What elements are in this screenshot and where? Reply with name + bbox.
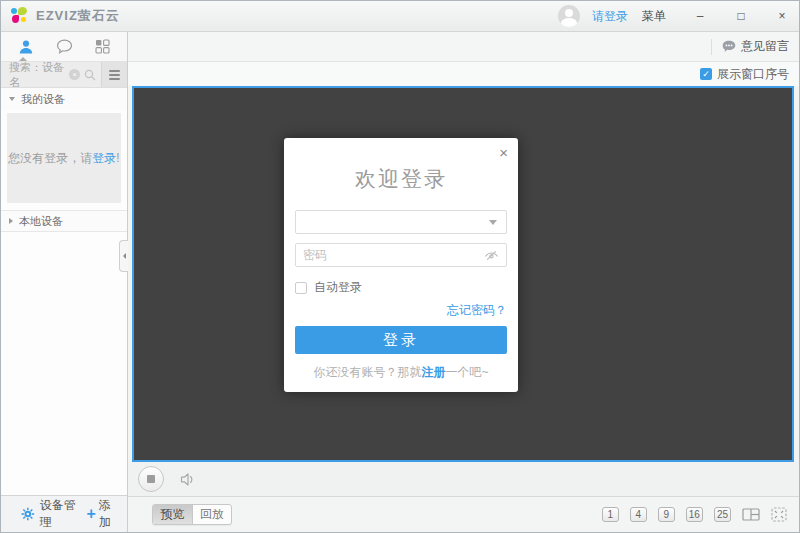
register-row: 你还没有账号？那就注册一个吧~ xyxy=(295,364,507,381)
feedback-label: 意见留言 xyxy=(741,38,789,55)
username-select[interactable] xyxy=(295,210,507,234)
login-modal: × 欢迎登录 自动登录 忘记密码？ 登录 你还没有账号？那就注册一个吧~ xyxy=(284,138,518,392)
active-tab-indicator xyxy=(19,57,27,61)
register-link[interactable]: 注册 xyxy=(421,365,445,379)
app-window: EZVIZ萤石云 请登录 菜单 – □ × xyxy=(0,0,800,533)
person-icon xyxy=(18,39,34,55)
mode-switcher: 预览 回放 xyxy=(152,504,232,525)
my-devices-label: 我的设备 xyxy=(21,92,65,107)
password-input[interactable] xyxy=(296,248,484,262)
layout-buttons: 1 4 9 16 25 xyxy=(602,507,787,522)
add-device-button[interactable]: + 添加 xyxy=(86,497,122,531)
title-bar: EZVIZ萤石云 请登录 菜单 – □ × xyxy=(1,1,799,32)
caret-right-icon xyxy=(9,218,13,224)
options-row: ✓ 展示窗口序号 xyxy=(128,62,799,86)
forgot-password-link[interactable]: 忘记密码？ xyxy=(447,303,507,317)
titlebar-login-link[interactable]: 请登录 xyxy=(592,8,628,25)
chevron-down-icon xyxy=(489,220,497,225)
device-manage-label: 设备管理 xyxy=(40,497,87,531)
feedback-button[interactable]: 意见留言 xyxy=(722,38,789,55)
speaker-icon xyxy=(180,472,196,487)
show-window-number-checkbox[interactable]: ✓ xyxy=(700,68,712,80)
local-devices-group[interactable]: 本地设备 xyxy=(1,210,127,232)
custom-split-button[interactable] xyxy=(742,507,760,522)
sidebar: 搜索：设备名 × 我的设备 您没有登录，请登录! xyxy=(1,32,128,532)
app-title: EZVIZ萤石云 xyxy=(36,7,120,25)
volume-button[interactable] xyxy=(180,472,196,487)
layout-1-button[interactable]: 1 xyxy=(602,507,619,522)
login-button[interactable]: 登录 xyxy=(295,326,507,354)
fullscreen-icon xyxy=(771,507,787,522)
layout-25-button[interactable]: 25 xyxy=(714,507,731,522)
register-prefix-text: 你还没有账号？那就 xyxy=(313,365,421,379)
my-devices-group[interactable]: 我的设备 xyxy=(1,88,127,110)
bottom-bar: 预览 回放 1 4 9 16 25 xyxy=(128,496,799,532)
player-toolbar xyxy=(128,462,799,496)
search-icon[interactable] xyxy=(84,69,96,81)
search-input[interactable]: 搜索：设备名 xyxy=(9,60,69,90)
layout-16-button[interactable]: 16 xyxy=(686,507,703,522)
toggle-password-visibility-button[interactable] xyxy=(484,250,499,261)
menu-button[interactable]: 菜单 xyxy=(642,8,666,25)
device-tree: 我的设备 您没有登录，请登录! 本地设备 xyxy=(1,88,127,495)
device-manage-button[interactable]: 设备管理 xyxy=(21,497,86,531)
modal-title: 欢迎登录 xyxy=(295,164,507,194)
user-avatar[interactable] xyxy=(558,5,580,27)
arrow-left-icon xyxy=(123,253,126,259)
separator xyxy=(711,39,712,55)
maximize-button[interactable]: □ xyxy=(734,9,748,23)
list-view-button[interactable] xyxy=(101,62,127,87)
login-notice-text: 您没有登录，请 xyxy=(8,151,92,165)
stop-button[interactable] xyxy=(138,466,164,492)
local-devices-label: 本地设备 xyxy=(19,214,63,229)
close-button[interactable]: × xyxy=(775,9,789,23)
eye-slash-icon xyxy=(484,250,499,261)
sidebar-footer: 设备管理 + 添加 xyxy=(1,495,127,532)
login-notice-link[interactable]: 登录 xyxy=(92,151,116,165)
auto-login-label: 自动登录 xyxy=(314,279,362,296)
fullscreen-button[interactable] xyxy=(771,507,787,522)
chat-bubble-icon xyxy=(56,39,73,54)
tab-messages[interactable] xyxy=(52,35,76,59)
password-field-wrap xyxy=(295,243,507,267)
tab-devices[interactable] xyxy=(14,35,38,59)
register-suffix-text: 一个吧~ xyxy=(445,365,488,379)
show-window-number-label: 展示窗口序号 xyxy=(717,66,789,83)
stop-icon xyxy=(147,475,155,483)
sidebar-tab-bar xyxy=(1,32,127,62)
auto-login-row: 自动登录 xyxy=(295,279,507,296)
add-label: 添加 xyxy=(99,497,122,531)
ezviz-logo-icon xyxy=(11,7,29,25)
gear-icon xyxy=(21,507,35,521)
minimize-button[interactable]: – xyxy=(693,9,707,23)
auto-login-checkbox[interactable] xyxy=(295,282,307,294)
layout-4-button[interactable]: 4 xyxy=(630,507,647,522)
tab-playback[interactable]: 回放 xyxy=(192,505,231,524)
caret-down-icon xyxy=(9,97,15,101)
device-search-bar[interactable]: 搜索：设备名 × xyxy=(1,62,127,88)
tab-gallery[interactable] xyxy=(90,35,114,59)
login-notice-panel: 您没有登录，请登录! xyxy=(7,113,121,203)
feedback-bubble-icon xyxy=(722,40,736,53)
split-layout-icon xyxy=(742,507,760,522)
feedback-row: 意见留言 xyxy=(128,32,799,62)
grid-icon xyxy=(95,39,110,54)
plus-icon: + xyxy=(86,506,95,522)
tab-preview[interactable]: 预览 xyxy=(153,505,192,524)
clear-search-icon[interactable]: × xyxy=(69,69,80,80)
forgot-password-row: 忘记密码？ xyxy=(295,302,507,319)
sidebar-collapse-handle[interactable] xyxy=(119,240,128,272)
modal-close-icon[interactable]: × xyxy=(499,144,508,161)
layout-9-button[interactable]: 9 xyxy=(658,507,675,522)
